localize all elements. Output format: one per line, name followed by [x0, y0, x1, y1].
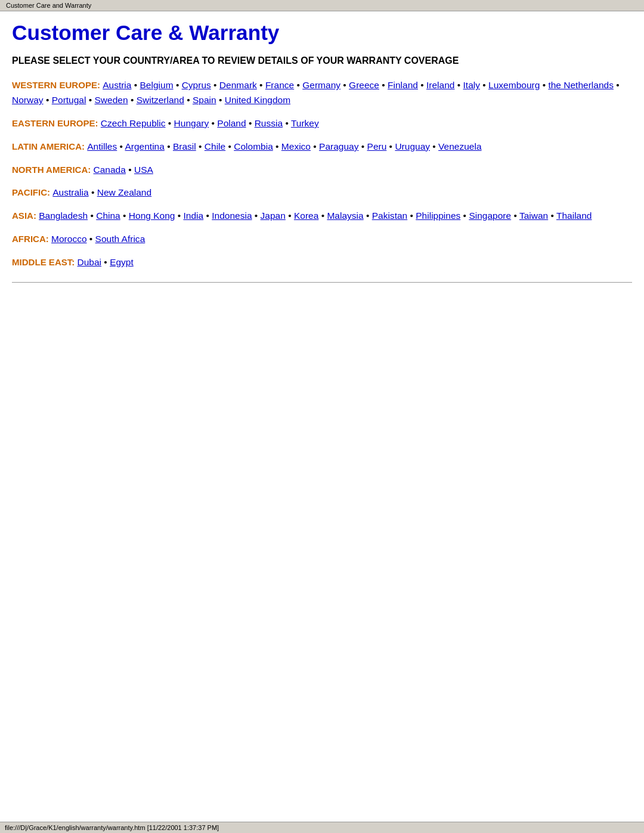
region-label: PACIFIC: [12, 187, 52, 197]
country-link[interactable]: Brasil [173, 141, 196, 151]
country-link[interactable]: South Africa [95, 234, 145, 244]
region-block: LATIN AMERICA: Antilles • Argentina • Br… [12, 140, 632, 154]
country-link[interactable]: Spain [193, 95, 216, 105]
country-link[interactable]: Malaysia [327, 210, 363, 221]
region-label: ASIA: [12, 210, 39, 221]
country-link[interactable]: Singapore [469, 210, 511, 221]
country-link[interactable]: Italy [463, 80, 480, 90]
region-block: AFRICA: Morocco • South Africa [12, 232, 632, 247]
country-link[interactable]: Argentina [125, 141, 164, 151]
country-link[interactable]: Norway [12, 95, 44, 105]
region-label: WESTERN EUROPE: [12, 80, 103, 90]
country-link[interactable]: Canada [94, 165, 126, 175]
region-label: EASTERN EUROPE: [12, 118, 101, 128]
region-block: WESTERN EUROPE: Austria • Belgium • Cypr… [12, 78, 632, 108]
country-link[interactable]: Austria [103, 80, 131, 90]
main-content: Customer Care & Warranty PLEASE SELECT Y… [0, 11, 644, 318]
country-link[interactable]: Morocco [51, 234, 87, 244]
country-link[interactable]: Thailand [556, 210, 592, 221]
region-block: ASIA: Bangladesh • China • Hong Kong • I… [12, 209, 632, 224]
country-link[interactable]: New Zealand [97, 187, 151, 197]
country-link[interactable]: Australia [52, 187, 88, 197]
country-link[interactable]: Luxembourg [488, 80, 540, 90]
country-link[interactable]: Denmark [219, 80, 257, 90]
country-link[interactable]: France [265, 80, 294, 90]
country-link[interactable]: Bangladesh [39, 210, 88, 221]
divider [12, 282, 632, 283]
region-label: NORTH AMERICA: [12, 165, 94, 175]
country-link[interactable]: Hong Kong [129, 210, 175, 221]
country-link[interactable]: Chile [205, 141, 225, 151]
page-subtitle: PLEASE SELECT YOUR COUNTRY/AREA TO REVIE… [12, 54, 632, 67]
region-label: AFRICA: [12, 234, 51, 244]
regions-container: WESTERN EUROPE: Austria • Belgium • Cypr… [12, 78, 632, 270]
region-block: MIDDLE EAST: Dubai • Egypt [12, 255, 632, 270]
country-link[interactable]: Japan [261, 210, 286, 221]
country-link[interactable]: Cyprus [182, 80, 211, 90]
country-link[interactable]: Indonesia [212, 210, 252, 221]
region-block: NORTH AMERICA: Canada • USA [12, 163, 632, 178]
country-link[interactable]: Antilles [87, 141, 117, 151]
country-link[interactable]: Greece [349, 80, 379, 90]
country-link[interactable]: Pakistan [372, 210, 408, 221]
country-link[interactable]: Ireland [426, 80, 454, 90]
country-link[interactable]: the Netherlands [548, 80, 614, 90]
country-link[interactable]: Peru [367, 141, 387, 151]
country-link[interactable]: Hungary [174, 118, 209, 128]
country-link[interactable]: Paraguay [319, 141, 358, 151]
country-link[interactable]: Korea [294, 210, 318, 221]
country-link[interactable]: Turkey [291, 118, 319, 128]
country-link[interactable]: India [184, 210, 204, 221]
tab-title: Customer Care and Warranty [6, 2, 91, 9]
country-link[interactable]: Czech Republic [101, 118, 166, 128]
country-link[interactable]: Egypt [110, 257, 134, 267]
country-link[interactable]: Uruguay [395, 141, 430, 151]
country-link[interactable]: Belgium [140, 80, 174, 90]
country-link[interactable]: Germany [302, 80, 340, 90]
country-link[interactable]: United Kingdom [225, 95, 290, 105]
country-link[interactable]: Venezuela [438, 141, 481, 151]
country-link[interactable]: Poland [217, 118, 246, 128]
country-link[interactable]: Portugal [52, 95, 86, 105]
country-link[interactable]: Taiwan [519, 210, 548, 221]
region-block: EASTERN EUROPE: Czech Republic • Hungary… [12, 116, 632, 131]
browser-tab: Customer Care and Warranty [0, 0, 644, 11]
country-link[interactable]: Dubai [78, 257, 102, 267]
country-link[interactable]: Russia [255, 118, 283, 128]
country-link[interactable]: Finland [388, 80, 418, 90]
country-link[interactable]: USA [134, 165, 153, 175]
page-heading: Customer Care & Warranty [12, 21, 632, 45]
country-link[interactable]: Sweden [95, 95, 128, 105]
country-link[interactable]: Philippines [416, 210, 460, 221]
country-link[interactable]: China [96, 210, 120, 221]
country-link[interactable]: Colombia [234, 141, 273, 151]
region-block: PACIFIC: Australia • New Zealand [12, 185, 632, 200]
country-link[interactable]: Switzerland [137, 95, 184, 105]
region-label: LATIN AMERICA: [12, 141, 87, 151]
country-link[interactable]: Mexico [281, 141, 311, 151]
region-label: MIDDLE EAST: [12, 257, 78, 267]
